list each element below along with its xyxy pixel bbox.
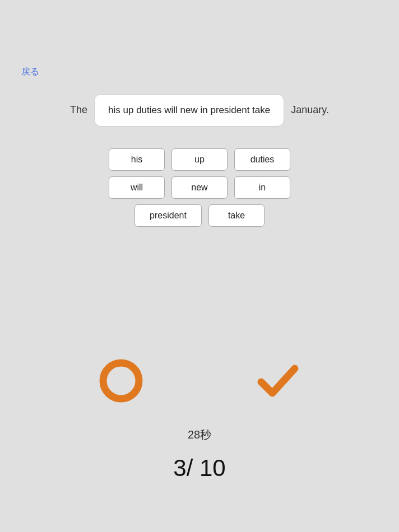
- word-row-2: will new in: [109, 176, 290, 199]
- timer-display: 28秒: [0, 427, 399, 442]
- retry-circle-icon[interactable]: [99, 358, 143, 403]
- sentence-prefix: The: [70, 104, 87, 116]
- word-tile-his[interactable]: his: [109, 148, 165, 171]
- back-button[interactable]: 戻る: [21, 66, 39, 78]
- word-tile-will[interactable]: will: [109, 176, 165, 199]
- bottom-actions: [0, 358, 399, 403]
- progress-display: 3/ 10: [0, 455, 399, 482]
- word-grid: his up duties will new in president take: [0, 148, 399, 227]
- word-tile-duties[interactable]: duties: [234, 148, 290, 171]
- sentence-area: The his up duties will new in president …: [0, 94, 399, 127]
- sentence-suffix: January.: [291, 104, 329, 116]
- word-tile-president[interactable]: president: [134, 204, 202, 227]
- word-row-3: president take: [134, 204, 265, 227]
- confirm-check-icon[interactable]: [256, 358, 300, 403]
- answer-box: his up duties will new in president take: [94, 94, 284, 127]
- svg-point-0: [103, 363, 139, 399]
- word-tile-take[interactable]: take: [208, 204, 265, 227]
- word-tile-in[interactable]: in: [234, 176, 290, 199]
- word-tile-new[interactable]: new: [171, 176, 228, 199]
- word-row-1: his up duties: [109, 148, 290, 171]
- word-tile-up[interactable]: up: [171, 148, 228, 171]
